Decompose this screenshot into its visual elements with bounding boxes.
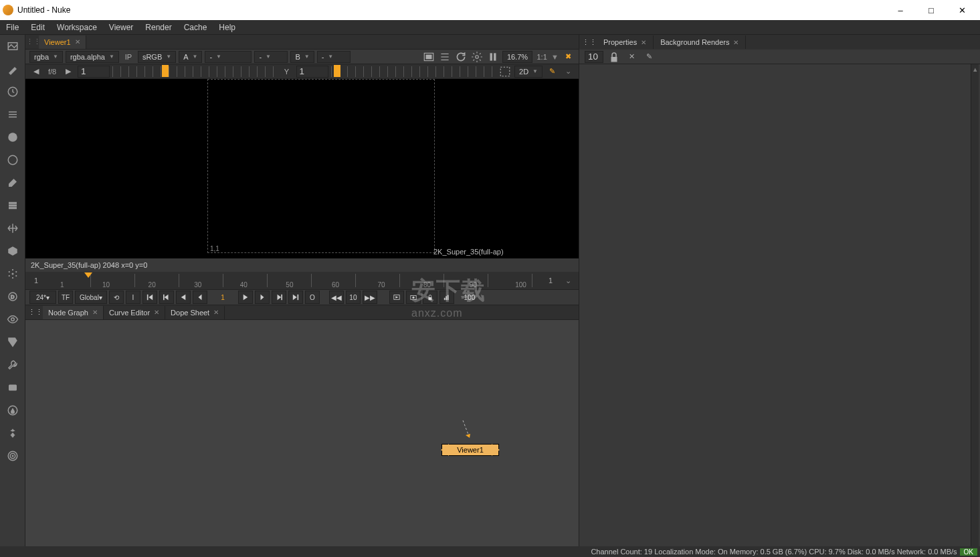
- deep-tool-icon[interactable]: D: [5, 289, 20, 304]
- time-tool-icon[interactable]: [5, 84, 20, 99]
- fps-select[interactable]: 24* ▾: [29, 291, 56, 304]
- metadata-tool-icon[interactable]: [5, 335, 20, 349]
- wipe-handle-icon[interactable]: ✎: [545, 66, 559, 78]
- close-icon[interactable]: ✕: [213, 309, 219, 316]
- frame-left[interactable]: 1: [29, 274, 43, 287]
- minimize-button[interactable]: –: [885, 0, 916, 20]
- range-select[interactable]: Global ▾: [75, 291, 107, 304]
- alpha-select[interactable]: rgba.alpha▼: [66, 51, 119, 63]
- gain-input[interactable]: [78, 66, 110, 78]
- gear-icon[interactable]: [470, 51, 484, 63]
- timeline-track[interactable]: 1102030405060708090100: [47, 274, 540, 287]
- tab-curve-editor[interactable]: Curve Editor✕: [104, 306, 165, 319]
- playhead-icon[interactable]: [84, 272, 92, 282]
- particles-tool-icon[interactable]: [5, 266, 20, 281]
- node-input-arrow-icon[interactable]: [460, 420, 474, 446]
- close-icon[interactable]: ✕: [92, 309, 98, 316]
- close-button[interactable]: ✕: [947, 0, 977, 20]
- play-forward-icon[interactable]: [238, 291, 253, 304]
- menu-viewer[interactable]: Viewer: [103, 20, 139, 35]
- chevron-down-icon[interactable]: ⌄: [561, 66, 575, 78]
- cara-tool-icon[interactable]: [5, 426, 20, 441]
- sync-icon[interactable]: ⟲: [109, 291, 124, 304]
- panel-handle-icon[interactable]: ⋮⋮: [582, 38, 597, 47]
- first-frame-icon[interactable]: [142, 291, 157, 304]
- tab-dope-sheet[interactable]: Dope Sheet✕: [165, 306, 225, 319]
- close-icon[interactable]: ✕: [641, 39, 646, 46]
- fit-icon[interactable]: ✖: [561, 51, 575, 63]
- frame-right[interactable]: 1: [544, 274, 557, 287]
- gamma-input[interactable]: [296, 66, 328, 78]
- step-forward-icon[interactable]: [255, 291, 270, 304]
- chevron-down-icon[interactable]: ⌄: [561, 274, 575, 287]
- clear-icon[interactable]: ✕: [625, 51, 638, 63]
- last-frame-icon[interactable]: [288, 291, 303, 304]
- prev-arrow-icon[interactable]: ◀: [29, 66, 43, 78]
- close-icon[interactable]: ✕: [75, 38, 80, 46]
- menu-workspace[interactable]: Workspace: [51, 20, 103, 35]
- 3d-tool-icon[interactable]: [5, 244, 20, 258]
- skip-back-icon[interactable]: ◀◀: [329, 291, 344, 304]
- menu-render[interactable]: Render: [139, 20, 177, 35]
- skip-fwd-icon[interactable]: ▶▶: [363, 291, 377, 304]
- skip-count[interactable]: 10: [346, 291, 361, 304]
- refresh-icon[interactable]: [454, 51, 468, 63]
- wipe-a-select[interactable]: -▼: [205, 51, 252, 63]
- close-icon[interactable]: ✕: [154, 309, 159, 316]
- lut-select[interactable]: sRGB▼: [138, 51, 176, 63]
- input-a-select[interactable]: A▼: [179, 51, 202, 63]
- end-frame[interactable]: 100: [456, 291, 483, 304]
- gain-slider[interactable]: [112, 66, 278, 77]
- tab-viewer1[interactable]: Viewer1 ✕: [39, 35, 86, 49]
- tab-node-graph[interactable]: Node Graph✕: [43, 306, 104, 319]
- scrollbar[interactable]: ▴: [971, 64, 979, 546]
- merge-tool-icon[interactable]: [5, 198, 20, 213]
- image-tool-icon[interactable]: [5, 39, 20, 54]
- input-b-select[interactable]: B▼: [290, 51, 314, 63]
- fstop-label[interactable]: f/8: [45, 66, 59, 78]
- menu-file[interactable]: File: [0, 20, 25, 35]
- edit-icon[interactable]: ✎: [642, 51, 656, 63]
- step-back-icon[interactable]: [193, 291, 207, 304]
- lines-icon[interactable]: [438, 51, 452, 63]
- tab-properties[interactable]: Properties✕: [597, 35, 654, 49]
- filter-tool-icon[interactable]: [5, 153, 20, 167]
- roi-icon[interactable]: [498, 66, 512, 78]
- next-key-icon[interactable]: [272, 291, 286, 304]
- draw-tool-icon[interactable]: [5, 62, 20, 76]
- channel-select[interactable]: rgba▼: [29, 51, 63, 63]
- other-tool-icon[interactable]: [5, 380, 20, 395]
- panel-handle-icon[interactable]: ⋮⋮: [28, 308, 43, 317]
- channel-tool-icon[interactable]: [5, 107, 20, 122]
- ratio-button[interactable]: 1:1: [535, 51, 549, 63]
- wipe-select[interactable]: -▼: [254, 51, 288, 63]
- viewer-node[interactable]: Viewer1: [442, 444, 499, 456]
- menu-help[interactable]: Help: [213, 20, 241, 35]
- wipe-b-select[interactable]: -▼: [317, 51, 351, 63]
- timeline[interactable]: 1 1102030405060708090100 1 ⌄: [25, 272, 579, 289]
- menu-cache[interactable]: Cache: [178, 20, 213, 35]
- play-back-icon[interactable]: [176, 291, 191, 304]
- mode-select[interactable]: 2D▼: [514, 66, 543, 78]
- keyer-tool-icon[interactable]: [5, 175, 20, 190]
- maximize-button[interactable]: □: [916, 0, 947, 20]
- node-graph[interactable]: Viewer1: [25, 320, 579, 546]
- views-tool-icon[interactable]: [5, 312, 20, 327]
- lock-icon[interactable]: [607, 51, 621, 63]
- prev-key-icon[interactable]: [159, 291, 174, 304]
- all-plugins-tool-icon[interactable]: [5, 449, 20, 463]
- gamma-slider[interactable]: [331, 66, 496, 77]
- max-panels-input[interactable]: [585, 51, 603, 63]
- menu-edit[interactable]: Edit: [25, 20, 51, 35]
- tf-button[interactable]: TF: [58, 291, 73, 304]
- furnace-tool-icon[interactable]: [5, 403, 20, 418]
- flipbook-icon[interactable]: [389, 291, 404, 304]
- clip-icon[interactable]: [422, 51, 435, 63]
- next-arrow-icon[interactable]: ▶: [62, 66, 75, 78]
- out-button[interactable]: O: [305, 291, 320, 304]
- close-icon[interactable]: ✕: [733, 39, 739, 46]
- capture-icon[interactable]: [406, 291, 421, 304]
- color-tool-icon[interactable]: [5, 130, 20, 145]
- current-frame[interactable]: 1: [209, 291, 236, 304]
- in-button[interactable]: I: [126, 291, 140, 304]
